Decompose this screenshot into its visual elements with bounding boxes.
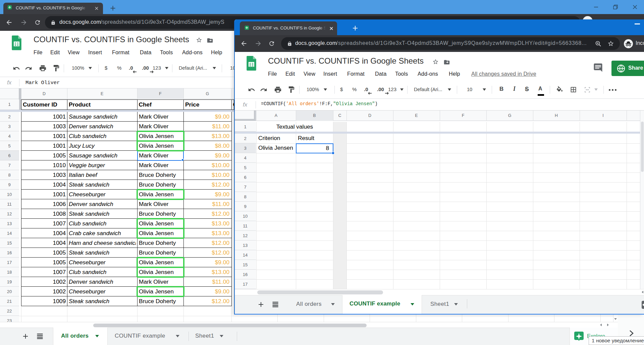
svg-text:fx: fx — [243, 101, 248, 108]
svg-text:fx: fx — [7, 79, 12, 85]
